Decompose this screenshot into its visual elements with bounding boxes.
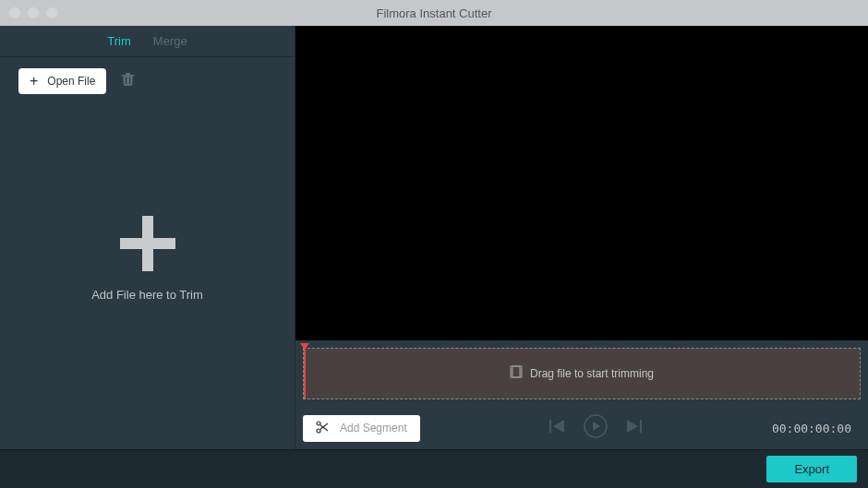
- play-button[interactable]: [584, 414, 608, 442]
- svg-rect-1: [512, 366, 520, 377]
- preview-area: Drag file to start trimming Add Segment: [295, 26, 868, 449]
- playback-toolbar: Add Segment 00:00:00:00: [295, 407, 868, 449]
- svg-point-8: [317, 422, 320, 425]
- tab-merge[interactable]: Merge: [153, 34, 187, 48]
- mode-tabs: Trim Merge: [0, 26, 295, 57]
- drop-zone-label: Add File here to Trim: [91, 288, 203, 302]
- prev-frame-button[interactable]: [549, 420, 565, 436]
- video-preview: [295, 26, 868, 340]
- playback-controls: [420, 414, 772, 442]
- timeline-track[interactable]: Drag file to start trimming: [303, 348, 861, 399]
- timeline-area: Drag file to start trimming: [295, 340, 868, 407]
- file-drop-zone[interactable]: Add File here to Trim: [0, 68, 295, 449]
- timecode: 00:00:00:00: [772, 422, 861, 435]
- add-file-plus-icon[interactable]: [120, 216, 175, 271]
- tab-trim[interactable]: Trim: [107, 34, 131, 48]
- maximize-window-icon[interactable]: [46, 7, 57, 18]
- svg-point-9: [317, 429, 320, 433]
- main-area: Trim Merge + Open File Add File here to …: [0, 26, 868, 449]
- window-title: Filmora Instant Cutter: [377, 6, 492, 20]
- svg-line-11: [320, 423, 329, 430]
- close-window-icon[interactable]: [9, 7, 20, 18]
- add-segment-label: Add Segment: [340, 422, 407, 434]
- footer: Export: [0, 449, 868, 488]
- sidebar: Trim Merge + Open File Add File here to …: [0, 26, 295, 449]
- next-frame-button[interactable]: [626, 420, 643, 436]
- scissors-icon: [316, 421, 329, 436]
- export-button[interactable]: Export: [766, 456, 857, 482]
- playhead[interactable]: [304, 345, 306, 399]
- filmstrip-icon: [510, 365, 523, 382]
- title-bar: Filmora Instant Cutter: [0, 0, 868, 26]
- minimize-window-icon[interactable]: [28, 7, 39, 18]
- window-controls: [9, 7, 57, 18]
- add-segment-button[interactable]: Add Segment: [303, 415, 420, 442]
- svg-line-10: [320, 424, 329, 431]
- timeline-placeholder-text: Drag file to start trimming: [530, 367, 654, 380]
